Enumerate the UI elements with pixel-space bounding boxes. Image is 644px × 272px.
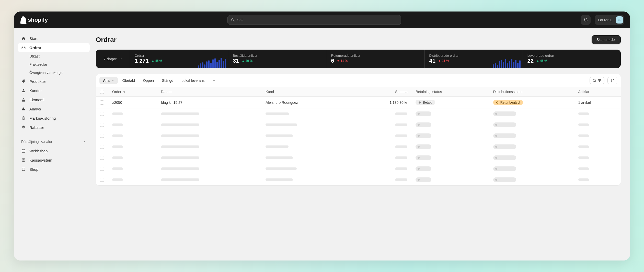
search-icon xyxy=(592,78,596,83)
row-checkbox[interactable] xyxy=(100,178,104,182)
select-all-checkbox[interactable] xyxy=(100,90,104,94)
table-row-placeholder xyxy=(96,174,621,185)
col-fulfillment[interactable]: Distributionsstatus xyxy=(489,87,574,97)
col-order[interactable]: Order▼ xyxy=(108,87,157,97)
tab-lokal leverans[interactable]: Lokal leverans xyxy=(178,77,208,84)
sidebar-item-start[interactable]: Start xyxy=(18,34,90,43)
col-payment[interactable]: Betalningsstatus xyxy=(411,87,489,97)
search-bar[interactable] xyxy=(227,15,401,25)
cell-total: 1 130,30 kr xyxy=(353,97,412,108)
col-customer[interactable]: Kund xyxy=(261,87,353,97)
sidebar-item-customers[interactable]: Kunder xyxy=(18,86,90,95)
bell-icon xyxy=(583,18,588,22)
user-menu[interactable]: Lauren L. LL xyxy=(595,15,624,25)
sidebar-item-discounts[interactable]: Rabatter xyxy=(18,123,90,132)
row-checkbox[interactable] xyxy=(100,145,104,149)
search-icon xyxy=(231,18,235,22)
row-checkbox[interactable] xyxy=(100,100,104,105)
sort-button[interactable] xyxy=(607,77,617,84)
sort-desc-icon: ▼ xyxy=(123,90,126,94)
stat-value: 31 xyxy=(233,58,239,64)
svg-point-12 xyxy=(593,79,595,82)
target-icon xyxy=(21,116,26,120)
table-row-placeholder xyxy=(96,130,621,141)
sidebar-channel-pos[interactable]: Kassasystem xyxy=(18,155,90,165)
sidebar-channel-online[interactable]: Webbshop xyxy=(18,146,90,155)
shop-icon xyxy=(21,167,26,171)
stat-card[interactable]: Levererade ordrar22▲ 45 % xyxy=(523,50,621,68)
stat-label: Levererade ordrar xyxy=(527,54,616,58)
table-row-placeholder xyxy=(96,119,621,130)
sidebar-sub-shipping[interactable]: Fraktsedlar xyxy=(18,60,90,69)
stats-bar: 7 dagar Ordrar1 271▲ 45 %Beställda artik… xyxy=(96,50,621,68)
home-icon xyxy=(21,36,26,40)
row-checkbox[interactable] xyxy=(100,123,104,127)
tab-obetald[interactable]: Obetald xyxy=(119,77,139,84)
table-row-placeholder xyxy=(96,141,621,152)
sidebar-item-label: Webbshop xyxy=(29,149,48,153)
store-icon xyxy=(21,149,26,153)
sidebar-item-finance[interactable]: Ekonomi xyxy=(18,95,90,104)
table-row[interactable]: #2050Idag kl. 15.27Alejandro Rodriguez1 … xyxy=(96,97,621,108)
sidebar-item-label: Produkter xyxy=(29,79,46,84)
user-name: Lauren L. xyxy=(598,18,613,22)
svg-rect-3 xyxy=(23,108,24,110)
svg-rect-8 xyxy=(22,150,25,152)
sort-icon xyxy=(610,78,614,83)
tab-stängd[interactable]: Stängd xyxy=(158,77,177,84)
svg-point-7 xyxy=(23,118,24,118)
sidebar-channel-shop[interactable]: Shop xyxy=(18,165,90,174)
table-row-placeholder xyxy=(96,152,621,163)
sidebar-sub-drafts[interactable]: Utkast xyxy=(18,52,90,60)
sidebar: Start Ordrar Utkast Fraktsedlar Övergivn… xyxy=(14,28,93,260)
tab-öppen[interactable]: Öppen xyxy=(140,77,157,84)
main-content: Ordrar Skapa order 7 dagar Ordrar1 271▲ … xyxy=(93,28,630,260)
svg-rect-4 xyxy=(24,109,25,110)
col-items[interactable]: Artiklar xyxy=(574,87,621,97)
stat-delta: ▼ 11 % xyxy=(438,59,449,63)
sidebar-item-orders[interactable]: Ordrar xyxy=(18,43,90,52)
brand-logo[interactable]: shopify xyxy=(20,16,48,24)
table-row-placeholder xyxy=(96,108,621,119)
stat-value: 22 xyxy=(527,58,534,64)
tab-alla[interactable]: Alla xyxy=(99,77,118,84)
sidebar-item-analytics[interactable]: Analys xyxy=(18,104,90,114)
sidebar-item-label: Analys xyxy=(29,107,41,111)
stat-card[interactable]: Distribuerade ordrar41▼ 11 % xyxy=(424,50,523,68)
create-order-button[interactable]: Skapa order xyxy=(592,35,621,44)
row-checkbox[interactable] xyxy=(100,134,104,138)
sidebar-sub-abandoned[interactable]: Övergivna varukorgar xyxy=(18,69,90,77)
sidebar-item-marketing[interactable]: Marknadsföring xyxy=(18,114,90,123)
sidebar-item-label: Shop xyxy=(29,167,38,172)
col-total[interactable]: Summa xyxy=(353,87,412,97)
stat-delta: ▲ 45 % xyxy=(151,59,162,63)
col-date[interactable]: Datum xyxy=(157,87,262,97)
stat-card[interactable]: Beställda artiklar31▲ 29 % xyxy=(228,50,326,68)
stats-range-selector[interactable]: 7 dagar xyxy=(96,50,130,68)
channels-header[interactable]: Försäljningskanaler xyxy=(18,137,90,146)
stat-delta: ▲ 45 % xyxy=(536,59,547,63)
sidebar-item-label: Ekonomi xyxy=(29,98,44,102)
row-checkbox[interactable] xyxy=(100,156,104,160)
chevron-down-icon xyxy=(111,79,114,82)
search-filter-button[interactable] xyxy=(590,77,604,84)
filter-icon xyxy=(597,78,602,83)
sidebar-item-label: Rabatter xyxy=(29,125,44,130)
tag-icon xyxy=(21,79,26,83)
notifications-button[interactable] xyxy=(581,15,591,25)
stat-label: Beställda artiklar xyxy=(233,54,321,58)
stat-card[interactable]: Ordrar1 271▲ 45 % xyxy=(130,50,228,68)
brand-name: shopify xyxy=(28,17,48,23)
row-checkbox[interactable] xyxy=(100,167,104,171)
svg-point-0 xyxy=(232,18,234,21)
sparkline xyxy=(493,58,523,68)
row-checkbox[interactable] xyxy=(100,112,104,116)
sidebar-item-products[interactable]: Produkter xyxy=(18,77,90,86)
page-title: Ordrar xyxy=(96,36,117,44)
stat-value: 41 xyxy=(429,58,435,64)
stat-card[interactable]: Returnerade artiklar6▼ 11 % xyxy=(326,50,424,68)
search-input[interactable] xyxy=(237,18,398,22)
stat-delta: ▲ 29 % xyxy=(242,59,253,63)
bars-icon xyxy=(21,107,26,111)
add-view-button[interactable] xyxy=(209,77,219,84)
